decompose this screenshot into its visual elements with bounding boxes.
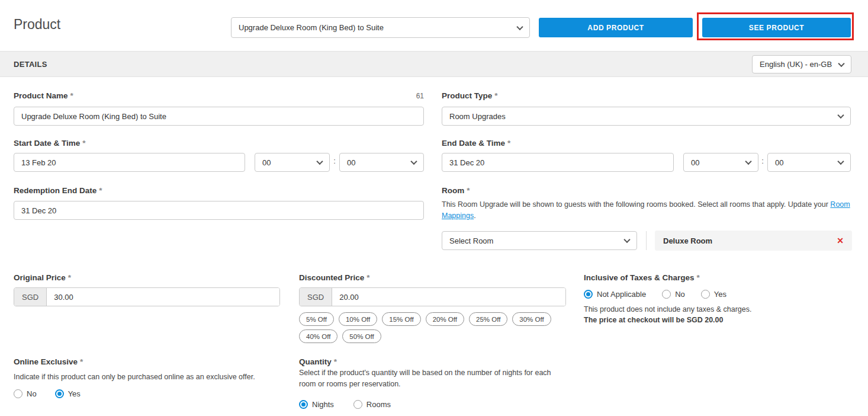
radio-icon — [14, 389, 22, 398]
redemption-end-date-input[interactable] — [14, 201, 424, 220]
taxes-checkout-note: The price at checkout will be SGD 20.00 — [584, 316, 724, 324]
time-separator: : — [759, 156, 766, 165]
radio-label: No — [27, 389, 37, 398]
discounted-price-field: SGD — [299, 287, 566, 306]
start-hour-select[interactable]: 00 — [255, 153, 330, 172]
discounted-price-label: Discounted Price* — [299, 273, 370, 282]
discount-pill[interactable]: 5% Off — [299, 312, 334, 326]
radio-selected-icon — [299, 400, 308, 409]
radio-icon — [353, 400, 362, 409]
required-asterisk: * — [367, 273, 369, 282]
radio-option-yes[interactable]: Yes — [55, 389, 81, 398]
start-date-label: Start Date & Time* — [14, 139, 86, 148]
selected-room-chip: Deluxe Room ✕ — [655, 231, 852, 251]
radio-label: Nights — [312, 400, 334, 409]
discount-pill-group: 5% Off 10% Off 15% Off 20% Off 25% Off 3… — [299, 312, 571, 343]
original-price-input[interactable] — [47, 288, 279, 306]
selected-room-chip-label: Deluxe Room — [663, 236, 712, 245]
original-price-label: Original Price* — [14, 273, 71, 282]
radio-icon — [662, 290, 671, 299]
product-switcher: Upgrade Deluxe Room (King Bed) to Suite — [231, 17, 530, 38]
details-bar — [0, 51, 868, 77]
end-minute-field: 00 — [767, 153, 851, 172]
start-hour-field: 00 — [255, 153, 330, 172]
quantity-description: Select if the product's quantity will be… — [299, 367, 569, 389]
radio-option-not-applicable[interactable]: Not Applicable — [584, 290, 646, 299]
add-product-button[interactable]: ADD PRODUCT — [539, 18, 693, 37]
required-asterisk: * — [68, 273, 71, 282]
currency-prefix: SGD — [300, 288, 332, 306]
discount-pill[interactable]: 20% Off — [426, 312, 464, 326]
required-asterisk: * — [494, 91, 497, 100]
radio-option-nights[interactable]: Nights — [299, 400, 334, 409]
discount-pill[interactable]: 30% Off — [512, 312, 551, 326]
char-counter: 61 — [14, 92, 424, 100]
discount-pill[interactable]: 50% Off — [342, 329, 381, 343]
product-type-field: Room Upgrades — [442, 107, 851, 126]
see-product-button[interactable]: SEE PRODUCT — [702, 18, 851, 37]
taxes-label: Inclusive of Taxes & Charges* — [584, 273, 700, 282]
time-separator: : — [331, 156, 338, 165]
start-minute-field: 00 — [339, 153, 424, 172]
radio-option-no[interactable]: No — [662, 290, 685, 299]
radio-option-no[interactable]: No — [14, 389, 37, 398]
required-asterisk: * — [334, 357, 337, 366]
radio-label: Yes — [68, 389, 81, 398]
quantity-radio-group: Nights Rooms — [299, 400, 391, 409]
required-asterisk: * — [507, 139, 510, 148]
language-select[interactable]: English (UK) - en-GB — [752, 55, 851, 73]
radio-option-yes[interactable]: Yes — [701, 290, 726, 299]
language-selector: English (UK) - en-GB — [752, 55, 851, 73]
product-type-select[interactable]: Room Upgrades — [442, 107, 851, 126]
online-exclusive-label: Online Exclusive* — [14, 357, 83, 366]
radio-label: Not Applicable — [597, 290, 646, 299]
details-section-title: DETAILS — [14, 60, 47, 69]
room-select-field: Select Room — [442, 231, 637, 250]
required-asterisk: * — [467, 186, 470, 195]
discounted-price-input[interactable] — [332, 288, 565, 306]
end-hour-select[interactable]: 00 — [683, 153, 758, 172]
discount-pill[interactable]: 40% Off — [299, 329, 337, 343]
vertical-divider — [646, 231, 647, 250]
quantity-label: Quantity* — [299, 357, 337, 366]
radio-label: Yes — [714, 290, 726, 299]
required-asterisk: * — [99, 186, 102, 195]
product-name-input[interactable] — [14, 107, 424, 126]
remove-room-icon[interactable]: ✕ — [837, 236, 844, 245]
product-switcher-select[interactable]: Upgrade Deluxe Room (King Bed) to Suite — [231, 17, 530, 38]
product-type-label: Product Type* — [442, 91, 498, 100]
radio-selected-icon — [584, 290, 593, 299]
end-minute-select[interactable]: 00 — [767, 153, 851, 172]
room-label: Room* — [442, 186, 470, 195]
online-exclusive-description: Indicate if this product can only be pur… — [14, 372, 286, 383]
online-exclusive-radio-group: No Yes — [14, 389, 81, 398]
discount-pill[interactable]: 25% Off — [469, 312, 507, 326]
radio-option-rooms[interactable]: Rooms — [353, 400, 391, 409]
end-date-input[interactable] — [442, 153, 674, 172]
room-select[interactable]: Select Room — [442, 231, 637, 250]
required-asterisk: * — [82, 139, 85, 148]
redemption-end-date-label: Redemption End Date* — [14, 186, 102, 195]
product-edit-page: Product Upgrade Deluxe Room (King Bed) t… — [0, 0, 868, 416]
radio-icon — [701, 290, 710, 299]
radio-selected-icon — [55, 389, 64, 398]
currency-prefix: SGD — [14, 288, 47, 306]
required-asterisk: * — [80, 357, 83, 366]
original-price-field: SGD — [14, 287, 280, 306]
required-asterisk: * — [697, 273, 700, 282]
room-description: This Room Upgrade will be shown to guest… — [442, 199, 853, 221]
discount-pill[interactable]: 15% Off — [382, 312, 420, 326]
radio-label: No — [675, 290, 685, 299]
end-date-label: End Date & Time* — [442, 139, 510, 148]
page-title: Product — [14, 17, 60, 33]
end-hour-field: 00 — [683, 153, 758, 172]
radio-label: Rooms — [367, 400, 391, 409]
discount-pill[interactable]: 10% Off — [339, 312, 377, 326]
taxes-note: This product does not include any taxes … — [584, 305, 752, 313]
start-minute-select[interactable]: 00 — [339, 153, 424, 172]
taxes-radio-group: Not Applicable No Yes — [584, 290, 726, 299]
start-date-input[interactable] — [14, 153, 245, 172]
